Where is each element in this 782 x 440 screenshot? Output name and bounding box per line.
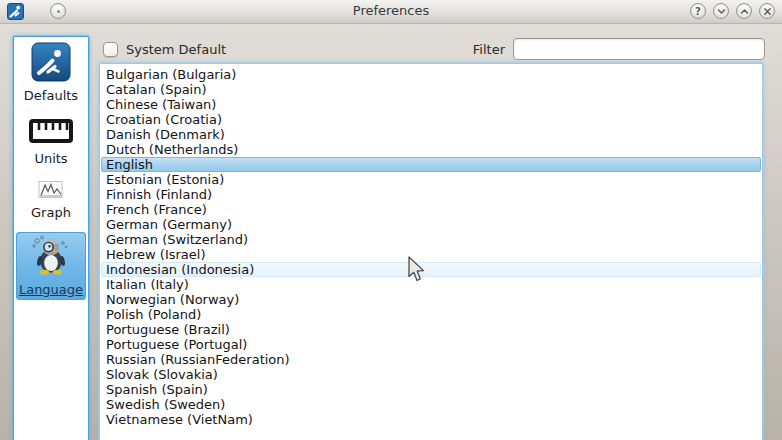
sidebar-item-label: Defaults [24, 88, 78, 103]
language-list-item[interactable]: French (France) [101, 202, 761, 217]
filter-input[interactable] [513, 38, 765, 60]
language-list-item[interactable]: Danish (Denmark) [101, 127, 761, 142]
language-list-item-label: Vietnamese (VietNam) [106, 412, 253, 427]
help-button[interactable]: ? [690, 3, 706, 19]
close-x-icon[interactable] [759, 3, 775, 19]
language-list-item-label: Portuguese (Brazil) [106, 322, 230, 337]
sidebar-item-label: Units [34, 151, 67, 166]
language-list-item-label: Estonian (Estonia) [106, 172, 224, 187]
language-list-item[interactable]: German (Switzerland) [101, 232, 761, 247]
language-list-item-label: Spanish (Spain) [106, 382, 208, 397]
language-list-item-label: Polish (Poland) [106, 307, 201, 322]
language-list-item[interactable]: Indonesian (Indonesia) [101, 262, 761, 277]
language-list-item[interactable]: Chinese (Taiwan) [101, 97, 761, 112]
language-list-item[interactable]: Polish (Poland) [101, 307, 761, 322]
language-list-item-label: Slovak (Slovakia) [106, 367, 218, 382]
language-list-item[interactable]: Slovak (Slovakia) [101, 367, 761, 382]
language-list-item[interactable]: Catalan (Spain) [101, 82, 761, 97]
language-list-item-label: English [106, 157, 153, 172]
language-list-item-label: Hebrew (Israel) [106, 247, 206, 262]
language-list-item-label: Italian (Italy) [106, 277, 189, 292]
language-list-item-label: Dutch (Netherlands) [106, 142, 238, 157]
language-list-item-label: Russian (RussianFederation) [106, 352, 290, 367]
language-list-item[interactable]: Swedish (Sweden) [101, 397, 761, 412]
language-list-item-label: Croatian (Croatia) [106, 112, 222, 127]
penguin-icon [30, 234, 72, 280]
language-list-item[interactable]: Russian (RussianFederation) [101, 352, 761, 367]
language-list-item[interactable]: Bulgarian (Bulgaria) [101, 67, 761, 82]
language-list-item[interactable]: Portuguese (Portugal) [101, 337, 761, 352]
language-list-item[interactable]: Spanish (Spain) [101, 382, 761, 397]
sidebar-item-language[interactable]: Language [16, 232, 86, 300]
language-list: Bulgarian (Bulgaria) Catalan (Spain) Chi… [99, 63, 763, 440]
sidebar-item-label: Graph [31, 205, 71, 220]
system-default-label[interactable]: System Default [126, 42, 226, 57]
system-default-checkbox[interactable] [103, 42, 118, 57]
language-list-item[interactable]: German (Germany) [101, 217, 761, 232]
sidebar-item-graph[interactable]: Graph [16, 178, 86, 223]
language-list-item-label: German (Germany) [106, 217, 232, 232]
language-list-item-label: Finnish (Finland) [106, 187, 212, 202]
language-list-item[interactable]: Finnish (Finland) [101, 187, 761, 202]
language-list-item-label: Chinese (Taiwan) [106, 97, 216, 112]
language-list-item-label: French (France) [106, 202, 207, 217]
titlebar[interactable]: Preferences ? [0, 0, 782, 24]
language-list-rows: Bulgarian (Bulgaria) Catalan (Spain) Chi… [100, 67, 762, 427]
language-list-item[interactable]: Norwegian (Norway) [101, 292, 761, 307]
language-list-item-label: Danish (Denmark) [106, 127, 225, 142]
language-list-item[interactable]: English [101, 157, 761, 172]
sidebar-item-units[interactable]: Units [16, 115, 86, 169]
language-list-item[interactable]: Croatian (Croatia) [101, 112, 761, 127]
language-list-item[interactable]: Estonian (Estonia) [101, 172, 761, 187]
language-list-item[interactable]: Dutch (Netherlands) [101, 142, 761, 157]
language-list-item-label: Swedish (Sweden) [106, 397, 225, 412]
window-title: Preferences [0, 3, 782, 18]
ruler-icon [28, 117, 74, 149]
language-list-item-label: Bulgarian (Bulgaria) [106, 67, 236, 82]
language-list-item-label: Portuguese (Portugal) [106, 337, 247, 352]
chevron-up-icon[interactable] [736, 3, 752, 19]
language-list-item-label: Norwegian (Norway) [106, 292, 239, 307]
diver-icon [31, 42, 71, 86]
chevron-down-icon[interactable] [713, 3, 729, 19]
sidebar-item-label: Language [19, 282, 83, 297]
filter-label: Filter [473, 42, 505, 57]
language-list-item-label: Catalan (Spain) [106, 82, 207, 97]
language-list-item[interactable]: Vietnamese (VietNam) [101, 412, 761, 427]
language-list-item-label: German (Switzerland) [106, 232, 248, 247]
language-list-item[interactable]: Portuguese (Brazil) [101, 322, 761, 337]
language-list-item[interactable]: Italian (Italy) [101, 277, 761, 292]
language-list-item[interactable]: Hebrew (Israel) [101, 247, 761, 262]
language-list-item-label: Indonesian (Indonesia) [106, 262, 254, 277]
graph-icon [38, 180, 64, 203]
preferences-sidebar: Defaults Units Graph [13, 36, 89, 440]
sidebar-item-defaults[interactable]: Defaults [16, 40, 86, 106]
